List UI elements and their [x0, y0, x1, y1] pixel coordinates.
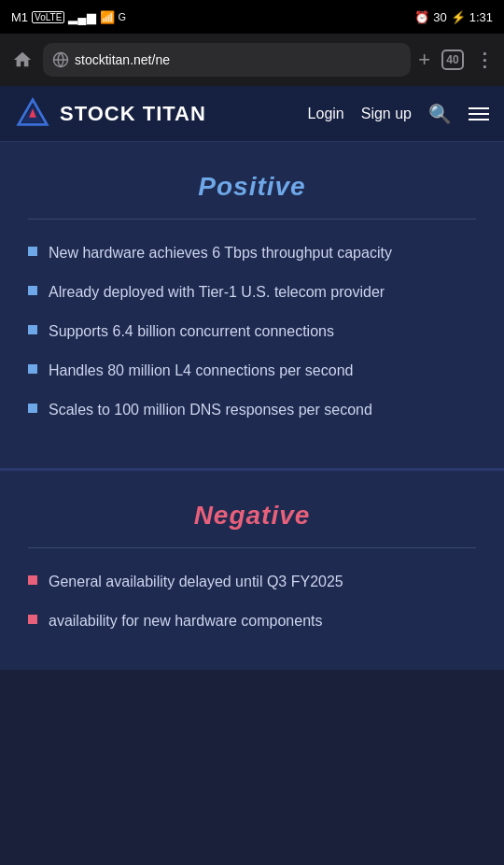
battery-level: 30 [433, 10, 446, 24]
list-item-text: General availability delayed until Q3 FY… [49, 571, 343, 593]
wifi-icon: 📶 [100, 10, 115, 24]
carrier-label: M1 [11, 10, 28, 24]
negative-section: Negative General availability delayed un… [0, 471, 504, 670]
hamburger-line-2 [469, 113, 489, 115]
new-tab-button[interactable]: + [418, 50, 430, 70]
security-icon [52, 51, 69, 68]
search-icon[interactable]: 🔍 [428, 103, 452, 125]
charging-icon: ⚡ [451, 10, 466, 24]
signal-icon: ▂▄▆ [68, 10, 95, 24]
login-link[interactable]: Login [308, 106, 344, 122]
navbar: STOCK TITAN Login Sign up 🔍 [0, 86, 504, 142]
home-button[interactable] [9, 47, 35, 73]
tab-count-button[interactable]: 40 [441, 50, 464, 70]
list-item: Already deployed with Tier-1 U.S. teleco… [28, 281, 476, 304]
content: Positive New hardware achieves 6 Tbps th… [0, 142, 504, 670]
address-bar[interactable]: stocktitan.net/ne [43, 43, 411, 77]
positive-list: New hardware achieves 6 Tbps throughput … [28, 242, 476, 421]
bullet-icon [28, 286, 37, 295]
list-item-text: Already deployed with Tier-1 U.S. teleco… [49, 281, 385, 304]
list-item: Scales to 100 million DNS responses per … [28, 399, 476, 421]
positive-title: Positive [28, 172, 476, 202]
status-bar: M1 VoLTE ▂▄▆ 📶 G ⏰ 30 ⚡ 1:31 [0, 0, 504, 34]
signup-link[interactable]: Sign up [361, 106, 412, 122]
bullet-icon [28, 247, 37, 256]
positive-divider [28, 219, 476, 220]
url-display: stocktitan.net/ne [75, 52, 170, 67]
positive-section: Positive New hardware achieves 6 Tbps th… [0, 142, 504, 471]
browser-actions: + 40 ⋮ [418, 50, 495, 70]
hamburger-line-1 [469, 107, 489, 109]
bullet-icon [28, 404, 37, 413]
time-display: 1:31 [469, 10, 493, 24]
negative-divider [28, 547, 476, 548]
menu-button[interactable]: ⋮ [475, 50, 495, 69]
navbar-actions: Login Sign up 🔍 [308, 103, 489, 125]
list-item-text: availability for new hardware components [49, 610, 322, 632]
status-left: M1 VoLTE ▂▄▆ 📶 G [11, 10, 126, 24]
list-item: Handles 80 million L4 connections per se… [28, 360, 476, 382]
brand: STOCK TITAN [15, 96, 308, 132]
volte-badge: VoLTE [32, 11, 64, 23]
status-right: ⏰ 30 ⚡ 1:31 [414, 10, 493, 24]
brand-logo [15, 96, 50, 132]
bullet-icon [28, 325, 37, 334]
browser-chrome: stocktitan.net/ne + 40 ⋮ [0, 34, 504, 86]
bullet-icon [28, 575, 37, 585]
list-item-text: Handles 80 million L4 connections per se… [49, 360, 353, 382]
list-item-text: Supports 6.4 billion concurrent connecti… [49, 320, 334, 343]
list-item-text: Scales to 100 million DNS responses per … [49, 399, 372, 421]
list-item: Supports 6.4 billion concurrent connecti… [28, 320, 476, 343]
hamburger-line-3 [469, 119, 489, 121]
bullet-icon [28, 615, 37, 624]
list-item: General availability delayed until Q3 FY… [28, 571, 476, 593]
negative-title: Negative [28, 501, 476, 531]
hamburger-menu[interactable] [469, 107, 489, 121]
list-item-text: New hardware achieves 6 Tbps throughput … [49, 242, 392, 264]
network-g-icon: G [119, 11, 127, 22]
site-title: STOCK TITAN [60, 102, 206, 126]
alarm-icon: ⏰ [414, 10, 429, 24]
list-item: availability for new hardware components [28, 610, 476, 632]
negative-list: General availability delayed until Q3 FY… [28, 571, 476, 632]
list-item: New hardware achieves 6 Tbps throughput … [28, 242, 476, 264]
bullet-icon [28, 364, 37, 374]
